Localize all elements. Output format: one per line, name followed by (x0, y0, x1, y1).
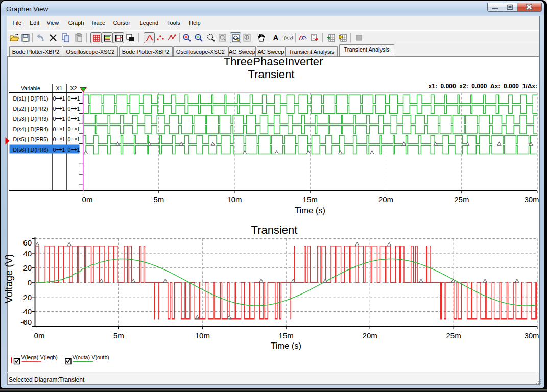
svg-text:0: 0 (28, 278, 32, 287)
svg-text:25m: 25m (454, 195, 469, 204)
svg-text:D(s2) | D(PR2): D(s2) | D(PR2) (13, 106, 48, 112)
svg-text:5m: 5m (153, 195, 164, 204)
svg-text:Time (s): Time (s) (295, 206, 325, 215)
svg-text:0: 0 (68, 116, 71, 122)
svg-text:1: 1 (62, 116, 65, 122)
svg-text:Transient: Transient (251, 224, 298, 236)
svg-text:0: 0 (53, 146, 56, 153)
svg-text:0: 0 (68, 106, 71, 112)
svg-text:10m: 10m (195, 331, 210, 340)
svg-text:0: 0 (53, 116, 56, 122)
svg-text:15m: 15m (303, 195, 318, 204)
svg-text:30m: 30m (524, 331, 539, 340)
svg-text:30m: 30m (524, 195, 539, 204)
svg-text:0: 0 (68, 126, 71, 132)
svg-text:25m: 25m (446, 331, 461, 340)
svg-text:1: 1 (62, 146, 65, 153)
svg-text:D(s5) | D(PR5): D(s5) | D(PR5) (13, 136, 48, 142)
svg-text:-40: -40 (20, 307, 32, 316)
svg-text:1: 1 (62, 126, 65, 132)
svg-text:20: 20 (23, 263, 32, 272)
svg-text:40: 40 (23, 249, 32, 258)
svg-text:1: 1 (77, 116, 80, 122)
svg-text:0: 0 (68, 146, 71, 153)
svg-text:0: 0 (68, 136, 71, 142)
svg-text:0: 0 (53, 95, 56, 102)
svg-text:20m: 20m (378, 195, 393, 204)
svg-text:-20: -20 (20, 293, 32, 302)
svg-text:D(s4) | D(PR4): D(s4) | D(PR4) (13, 126, 48, 132)
svg-text:Variable: Variable (21, 85, 40, 91)
svg-text:10m: 10m (227, 195, 242, 204)
svg-text:1: 1 (77, 106, 80, 112)
svg-text:1: 1 (77, 95, 80, 102)
svg-text:1: 1 (62, 136, 65, 142)
svg-text:1: 1 (77, 136, 80, 142)
svg-text:D(s3) | D(PR3): D(s3) | D(PR3) (13, 116, 48, 122)
svg-text:0: 0 (53, 126, 56, 132)
svg-text:0m: 0m (82, 195, 93, 204)
svg-text:x1: 0.000 x2: 0.000 Δx: 0: x1: 0.000 x2: 0.000 Δx: 0.000 1/Δx: (429, 83, 537, 90)
svg-text:0: 0 (68, 95, 71, 102)
svg-text:X2: X2 (70, 85, 77, 91)
svg-text:D(s1) | D(PR1): D(s1) | D(PR1) (13, 95, 48, 102)
svg-text:X1: X1 (56, 85, 63, 91)
svg-text:5m: 5m (113, 331, 124, 340)
svg-text:Transient: Transient (248, 68, 295, 81)
svg-text:15m: 15m (279, 331, 294, 340)
svg-text:0: 0 (53, 136, 56, 142)
svg-text:0: 0 (53, 106, 56, 112)
svg-text:V(outa)-V(outb): V(outa)-V(outb) (73, 354, 109, 360)
svg-text:V(lega)-V(legb): V(lega)-V(legb) (21, 354, 58, 360)
svg-text:0m: 0m (34, 331, 45, 340)
svg-text:Voltage (V): Voltage (V) (3, 254, 14, 303)
svg-text:Time (s): Time (s) (271, 341, 301, 350)
svg-text:1: 1 (77, 146, 80, 153)
svg-text:1: 1 (77, 126, 80, 132)
svg-text:ThreePhaseInverter: ThreePhaseInverter (224, 55, 323, 68)
svg-text:1: 1 (62, 95, 65, 102)
svg-text:-60: -60 (20, 317, 32, 326)
svg-text:D(s6) | D(PR6): D(s6) | D(PR6) (13, 146, 48, 153)
svg-text:20m: 20m (363, 331, 377, 340)
svg-text:1: 1 (62, 106, 65, 112)
svg-text:60: 60 (23, 238, 32, 247)
